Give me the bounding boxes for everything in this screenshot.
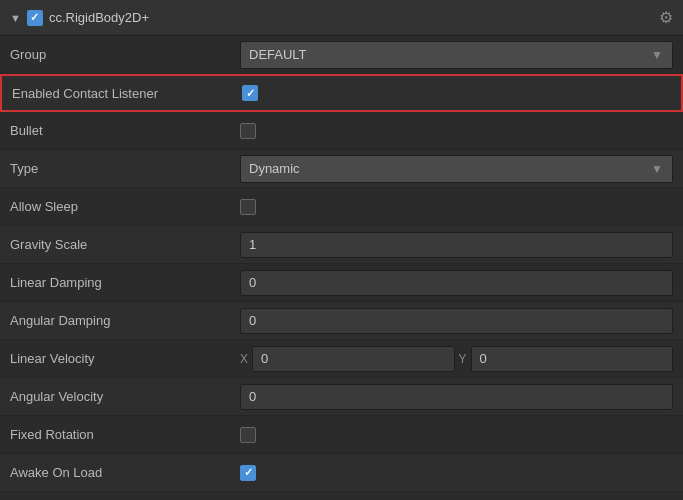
awake-on-load-checkbox[interactable] <box>240 465 256 481</box>
linear-velocity-xy: X Y <box>240 346 673 372</box>
enabled-contact-listener-row: Enabled Contact Listener <box>0 74 683 112</box>
angular-velocity-control <box>240 384 673 410</box>
linear-velocity-y-label: Y <box>459 352 467 366</box>
linear-velocity-x-label: X <box>240 352 248 366</box>
fixed-rotation-control <box>240 427 673 443</box>
bullet-row: Bullet <box>0 112 683 150</box>
enabled-contact-listener-control <box>242 85 671 101</box>
allow-sleep-row: Allow Sleep <box>0 188 683 226</box>
linear-velocity-row: Linear Velocity X Y <box>0 340 683 378</box>
fixed-rotation-label: Fixed Rotation <box>10 427 240 442</box>
linear-damping-control <box>240 270 673 296</box>
group-select-wrapper: DEFAULT Layer1 Layer2 ▼ <box>240 41 673 69</box>
gravity-scale-control <box>240 232 673 258</box>
awake-on-load-row: Awake On Load <box>0 454 683 492</box>
angular-damping-input[interactable] <box>240 308 673 334</box>
angular-velocity-label: Angular Velocity <box>10 389 240 404</box>
allow-sleep-checkbox[interactable] <box>240 199 256 215</box>
type-row: Type Dynamic Static Kinematic ▼ <box>0 150 683 188</box>
fixed-rotation-checkbox[interactable] <box>240 427 256 443</box>
linear-damping-row: Linear Damping <box>0 264 683 302</box>
gravity-scale-row: Gravity Scale <box>0 226 683 264</box>
linear-velocity-x-input[interactable] <box>252 346 454 372</box>
panel-header: ▼ cc.RigidBody2D+ ⚙ <box>0 0 683 36</box>
linear-velocity-y-input[interactable] <box>471 346 673 372</box>
awake-on-load-control <box>240 465 673 481</box>
enabled-contact-listener-label: Enabled Contact Listener <box>12 86 242 101</box>
linear-velocity-label: Linear Velocity <box>10 351 240 366</box>
gear-icon[interactable]: ⚙ <box>659 8 673 27</box>
allow-sleep-label: Allow Sleep <box>10 199 240 214</box>
group-label: Group <box>10 47 240 62</box>
panel-title: cc.RigidBody2D+ <box>49 10 659 25</box>
type-select-wrapper: Dynamic Static Kinematic ▼ <box>240 155 673 183</box>
linear-damping-input[interactable] <box>240 270 673 296</box>
allow-sleep-control <box>240 199 673 215</box>
awake-on-load-label: Awake On Load <box>10 465 240 480</box>
fixed-rotation-row: Fixed Rotation <box>0 416 683 454</box>
linear-damping-label: Linear Damping <box>10 275 240 290</box>
type-select[interactable]: Dynamic Static Kinematic <box>240 155 673 183</box>
group-control: DEFAULT Layer1 Layer2 ▼ <box>240 41 673 69</box>
angular-damping-row: Angular Damping <box>0 302 683 340</box>
type-control: Dynamic Static Kinematic ▼ <box>240 155 673 183</box>
group-row: Group DEFAULT Layer1 Layer2 ▼ <box>0 36 683 74</box>
collapse-chevron[interactable]: ▼ <box>10 12 21 24</box>
angular-damping-control <box>240 308 673 334</box>
rigid-body-panel: ▼ cc.RigidBody2D+ ⚙ Group DEFAULT Layer1… <box>0 0 683 492</box>
bullet-control <box>240 123 673 139</box>
component-enable-checkbox[interactable] <box>27 10 43 26</box>
angular-velocity-input[interactable] <box>240 384 673 410</box>
enabled-contact-listener-checkbox[interactable] <box>242 85 258 101</box>
bullet-checkbox[interactable] <box>240 123 256 139</box>
bullet-label: Bullet <box>10 123 240 138</box>
angular-velocity-row: Angular Velocity <box>0 378 683 416</box>
angular-damping-label: Angular Damping <box>10 313 240 328</box>
type-label: Type <box>10 161 240 176</box>
gravity-scale-input[interactable] <box>240 232 673 258</box>
group-select[interactable]: DEFAULT Layer1 Layer2 <box>240 41 673 69</box>
gravity-scale-label: Gravity Scale <box>10 237 240 252</box>
linear-velocity-control: X Y <box>240 346 673 372</box>
